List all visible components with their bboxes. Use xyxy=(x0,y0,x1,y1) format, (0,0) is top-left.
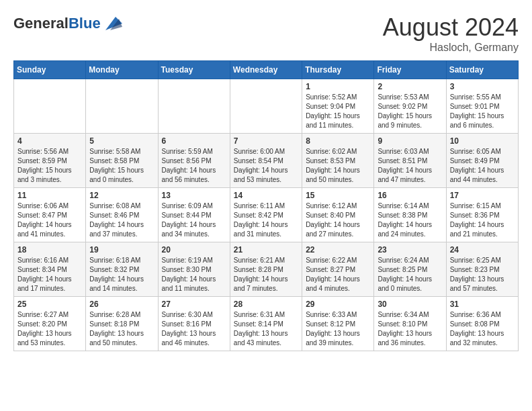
calendar-cell: 21Sunrise: 6:21 AM Sunset: 8:28 PM Dayli… xyxy=(230,242,302,297)
calendar-cell xyxy=(14,79,86,134)
calendar-week-row: 4Sunrise: 5:56 AM Sunset: 8:59 PM Daylig… xyxy=(14,134,519,188)
weekday-header: Wednesday xyxy=(230,61,302,79)
location: Hasloch, Germany xyxy=(383,42,519,54)
calendar-cell: 9Sunrise: 6:03 AM Sunset: 8:51 PM Daylig… xyxy=(374,134,446,188)
day-number: 17 xyxy=(450,191,515,200)
day-number: 25 xyxy=(17,300,82,309)
day-number: 31 xyxy=(450,300,515,309)
logo-blue: Blue xyxy=(69,15,101,32)
calendar-week-row: 1Sunrise: 5:52 AM Sunset: 9:04 PM Daylig… xyxy=(14,79,519,134)
day-number: 30 xyxy=(378,300,442,309)
day-number: 26 xyxy=(89,300,154,309)
day-info: Sunrise: 6:05 AM Sunset: 8:49 PM Dayligh… xyxy=(450,147,515,185)
calendar-cell: 11Sunrise: 6:06 AM Sunset: 8:47 PM Dayli… xyxy=(14,188,86,242)
day-number: 16 xyxy=(378,191,442,200)
calendar-cell: 12Sunrise: 6:08 AM Sunset: 8:46 PM Dayli… xyxy=(86,188,158,242)
day-info: Sunrise: 6:12 AM Sunset: 8:40 PM Dayligh… xyxy=(306,201,370,239)
day-info: Sunrise: 6:22 AM Sunset: 8:27 PM Dayligh… xyxy=(306,256,370,293)
weekday-header: Tuesday xyxy=(158,61,230,79)
weekday-header: Saturday xyxy=(446,61,518,79)
day-info: Sunrise: 6:08 AM Sunset: 8:46 PM Dayligh… xyxy=(89,201,154,239)
weekday-header: Sunday xyxy=(14,61,86,79)
calendar-cell: 30Sunrise: 6:34 AM Sunset: 8:10 PM Dayli… xyxy=(374,297,446,351)
day-info: Sunrise: 6:25 AM Sunset: 8:23 PM Dayligh… xyxy=(450,256,515,293)
day-info: Sunrise: 6:02 AM Sunset: 8:53 PM Dayligh… xyxy=(306,147,370,185)
day-info: Sunrise: 6:28 AM Sunset: 8:18 PM Dayligh… xyxy=(89,310,154,348)
calendar-week-row: 18Sunrise: 6:16 AM Sunset: 8:34 PM Dayli… xyxy=(14,242,519,297)
day-info: Sunrise: 6:09 AM Sunset: 8:44 PM Dayligh… xyxy=(162,201,226,239)
day-info: Sunrise: 6:00 AM Sunset: 8:54 PM Dayligh… xyxy=(234,147,298,185)
day-number: 22 xyxy=(306,245,370,255)
day-info: Sunrise: 6:27 AM Sunset: 8:20 PM Dayligh… xyxy=(17,310,82,348)
day-info: Sunrise: 6:33 AM Sunset: 8:12 PM Dayligh… xyxy=(306,310,370,348)
day-number: 7 xyxy=(234,136,298,146)
day-info: Sunrise: 6:24 AM Sunset: 8:25 PM Dayligh… xyxy=(378,256,442,293)
logo-general: General xyxy=(13,15,69,32)
calendar-week-row: 25Sunrise: 6:27 AM Sunset: 8:20 PM Dayli… xyxy=(14,297,519,351)
day-info: Sunrise: 6:30 AM Sunset: 8:16 PM Dayligh… xyxy=(162,310,226,348)
day-info: Sunrise: 6:16 AM Sunset: 8:34 PM Dayligh… xyxy=(17,256,82,293)
logo-icon xyxy=(102,13,122,34)
calendar-cell: 13Sunrise: 6:09 AM Sunset: 8:44 PM Dayli… xyxy=(158,188,230,242)
day-info: Sunrise: 6:11 AM Sunset: 8:42 PM Dayligh… xyxy=(234,201,298,239)
calendar-cell: 6Sunrise: 5:59 AM Sunset: 8:56 PM Daylig… xyxy=(158,134,230,188)
day-number: 24 xyxy=(450,245,515,255)
calendar-cell: 27Sunrise: 6:30 AM Sunset: 8:16 PM Dayli… xyxy=(158,297,230,351)
calendar-cell: 31Sunrise: 6:36 AM Sunset: 8:08 PM Dayli… xyxy=(446,297,518,351)
day-info: Sunrise: 6:14 AM Sunset: 8:38 PM Dayligh… xyxy=(378,201,442,239)
day-number: 11 xyxy=(17,191,82,200)
calendar-cell: 3Sunrise: 5:55 AM Sunset: 9:01 PM Daylig… xyxy=(446,79,518,134)
weekday-header-row: SundayMondayTuesdayWednesdayThursdayFrid… xyxy=(14,61,519,79)
day-info: Sunrise: 6:21 AM Sunset: 8:28 PM Dayligh… xyxy=(234,256,298,293)
day-number: 23 xyxy=(378,245,442,255)
day-info: Sunrise: 6:03 AM Sunset: 8:51 PM Dayligh… xyxy=(378,147,442,185)
calendar-cell: 24Sunrise: 6:25 AM Sunset: 8:23 PM Dayli… xyxy=(446,242,518,297)
day-info: Sunrise: 6:19 AM Sunset: 8:30 PM Dayligh… xyxy=(162,256,226,293)
calendar-week-row: 11Sunrise: 6:06 AM Sunset: 8:47 PM Dayli… xyxy=(14,188,519,242)
calendar-cell: 15Sunrise: 6:12 AM Sunset: 8:40 PM Dayli… xyxy=(302,188,374,242)
calendar-cell xyxy=(230,79,302,134)
weekday-header: Friday xyxy=(374,61,446,79)
day-number: 3 xyxy=(450,82,515,91)
day-number: 18 xyxy=(17,245,82,255)
calendar-cell: 7Sunrise: 6:00 AM Sunset: 8:54 PM Daylig… xyxy=(230,134,302,188)
day-info: Sunrise: 6:36 AM Sunset: 8:08 PM Dayligh… xyxy=(450,310,515,348)
calendar-cell: 10Sunrise: 6:05 AM Sunset: 8:49 PM Dayli… xyxy=(446,134,518,188)
weekday-header: Monday xyxy=(86,61,158,79)
calendar-cell: 18Sunrise: 6:16 AM Sunset: 8:34 PM Dayli… xyxy=(14,242,86,297)
day-number: 12 xyxy=(89,191,154,200)
day-number: 4 xyxy=(17,136,82,146)
weekday-header: Thursday xyxy=(302,61,374,79)
day-info: Sunrise: 6:31 AM Sunset: 8:14 PM Dayligh… xyxy=(234,310,298,348)
day-info: Sunrise: 5:58 AM Sunset: 8:58 PM Dayligh… xyxy=(89,147,154,185)
calendar-cell: 28Sunrise: 6:31 AM Sunset: 8:14 PM Dayli… xyxy=(230,297,302,351)
calendar-cell: 29Sunrise: 6:33 AM Sunset: 8:12 PM Dayli… xyxy=(302,297,374,351)
day-number: 10 xyxy=(450,136,515,146)
day-number: 19 xyxy=(89,245,154,255)
title-block: August 2024 Hasloch, Germany xyxy=(383,13,519,54)
day-number: 13 xyxy=(162,191,226,200)
day-info: Sunrise: 5:55 AM Sunset: 9:01 PM Dayligh… xyxy=(450,93,515,130)
page-header: GeneralBlue August 2024 Hasloch, Germany xyxy=(13,13,519,54)
calendar-cell: 22Sunrise: 6:22 AM Sunset: 8:27 PM Dayli… xyxy=(302,242,374,297)
day-number: 6 xyxy=(162,136,226,146)
calendar-cell: 2Sunrise: 5:53 AM Sunset: 9:02 PM Daylig… xyxy=(374,79,446,134)
day-info: Sunrise: 6:15 AM Sunset: 8:36 PM Dayligh… xyxy=(450,201,515,239)
day-number: 9 xyxy=(378,136,442,146)
calendar-cell: 8Sunrise: 6:02 AM Sunset: 8:53 PM Daylig… xyxy=(302,134,374,188)
day-number: 29 xyxy=(306,300,370,309)
calendar-cell: 19Sunrise: 6:18 AM Sunset: 8:32 PM Dayli… xyxy=(86,242,158,297)
calendar-cell xyxy=(158,79,230,134)
day-info: Sunrise: 6:06 AM Sunset: 8:47 PM Dayligh… xyxy=(17,201,82,239)
day-info: Sunrise: 5:59 AM Sunset: 8:56 PM Dayligh… xyxy=(162,147,226,185)
calendar-cell: 17Sunrise: 6:15 AM Sunset: 8:36 PM Dayli… xyxy=(446,188,518,242)
day-number: 27 xyxy=(162,300,226,309)
day-info: Sunrise: 6:18 AM Sunset: 8:32 PM Dayligh… xyxy=(89,256,154,293)
calendar-cell: 25Sunrise: 6:27 AM Sunset: 8:20 PM Dayli… xyxy=(14,297,86,351)
day-number: 8 xyxy=(306,136,370,146)
calendar-cell: 26Sunrise: 6:28 AM Sunset: 8:18 PM Dayli… xyxy=(86,297,158,351)
calendar-cell: 23Sunrise: 6:24 AM Sunset: 8:25 PM Dayli… xyxy=(374,242,446,297)
day-number: 15 xyxy=(306,191,370,200)
calendar-cell xyxy=(86,79,158,134)
day-number: 28 xyxy=(234,300,298,309)
